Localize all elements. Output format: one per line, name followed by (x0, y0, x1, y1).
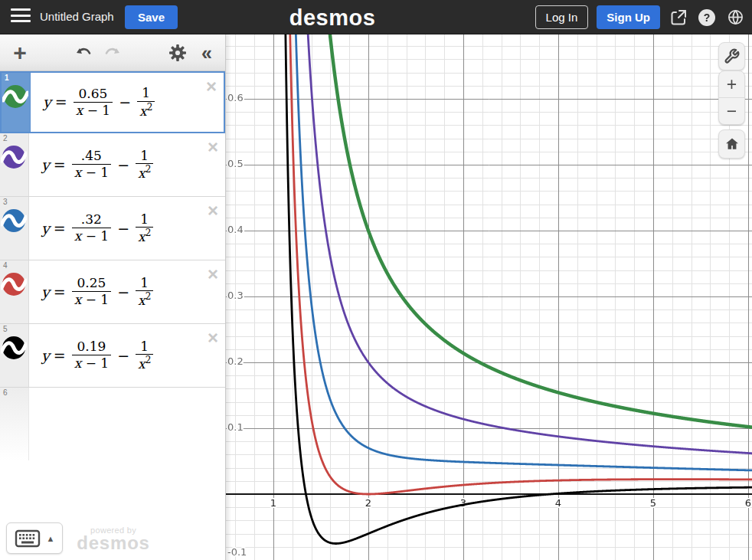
zoom-out-button[interactable]: − (719, 98, 744, 124)
expression-input[interactable]: y = .45 x − 1 − 1 x2 (29, 133, 225, 196)
save-button[interactable]: Save (125, 5, 178, 29)
expression-color-icon[interactable] (1, 271, 27, 297)
wrench-icon (724, 48, 740, 64)
delete-expression-icon[interactable]: × (208, 265, 218, 283)
desmos-logo: desmos (289, 5, 376, 31)
graph-canvas[interactable] (226, 34, 752, 560)
expression-index: 5 (3, 325, 8, 333)
math-minus: − (119, 93, 131, 110)
expression-index: 4 (3, 261, 8, 270)
expression-row-1[interactable]: 1 y = 0.65 x − 1 − (0, 71, 225, 133)
show-keyboard-button[interactable]: ▲ (6, 522, 63, 554)
language-globe-icon[interactable] (725, 8, 745, 28)
expression-input[interactable]: y = 0.65 x − 1 − 1 x2 (31, 73, 224, 132)
expression-index: 1 (5, 74, 9, 82)
collapse-panel-icon[interactable]: « (195, 34, 219, 71)
fraction-numerator: 1 (137, 86, 155, 101)
expression-row-2[interactable]: 2 y = .45 x − 1 − (0, 133, 225, 197)
undo-icon[interactable] (72, 34, 95, 71)
zoom-button-group: + − (718, 70, 745, 125)
powered-by-watermark: powered by desmos (74, 526, 153, 552)
math-fraction-2: 1 x2 (137, 86, 155, 119)
fraction-denominator: x2 (137, 101, 155, 119)
login-button[interactable]: Log In (535, 5, 589, 29)
add-expression-button[interactable]: + (8, 34, 32, 71)
math-equals: = (55, 93, 67, 110)
zoom-in-button[interactable]: + (719, 71, 744, 98)
graph-paper: + − (226, 34, 752, 560)
default-viewport-home-button[interactable] (718, 129, 745, 159)
signup-button[interactable]: Sign Up (597, 5, 660, 29)
expression-gutter-6[interactable]: 6 (0, 388, 29, 460)
expression-input[interactable]: y = 0.25 x − 1 − 1 x2 (29, 260, 225, 323)
graph-settings-gear-icon[interactable] (165, 34, 190, 71)
expression-row-4[interactable]: 4 y = 0.25 x − 1 − (0, 260, 225, 324)
expression-color-icon[interactable] (1, 208, 27, 234)
expression-input[interactable]: y = 0.19 x − 1 − 1 x2 (29, 324, 225, 387)
expression-gutter-2[interactable]: 2 (0, 133, 29, 196)
graph-settings-wrench-button[interactable] (718, 42, 745, 70)
math-fraction-1: 0.65 x − 1 (74, 87, 113, 118)
home-icon (724, 136, 740, 152)
expression-color-icon[interactable] (2, 84, 28, 110)
desmos-app: Untitled Graph Save desmos Log In Sign U… (0, 0, 752, 560)
fraction-numerator: 0.65 (74, 87, 113, 102)
delete-expression-icon[interactable]: × (208, 329, 218, 347)
expression-gutter-1[interactable]: 1 (2, 73, 31, 132)
math-lhs: y (43, 93, 51, 110)
expression-row-5[interactable]: 5 y = 0.19 x − 1 − (0, 324, 225, 388)
delete-expression-icon[interactable]: × (208, 201, 218, 220)
redo-icon[interactable] (101, 34, 124, 71)
expression-panel: + « (0, 34, 226, 560)
expression-color-icon[interactable] (1, 144, 27, 170)
fraction-denominator: x − 1 (74, 102, 113, 119)
expression-gutter-4[interactable]: 4 (0, 260, 29, 323)
keyboard-expand-arrow-icon: ▲ (47, 534, 55, 543)
top-bar: Untitled Graph Save desmos Log In Sign U… (0, 0, 752, 34)
expression-index: 2 (3, 134, 8, 142)
expression-list: 1 y = 0.65 x − 1 − (0, 71, 225, 460)
topbar-right-cluster: Log In Sign Up ? (535, 0, 745, 34)
expression-row-6-empty[interactable]: 6 (0, 388, 225, 460)
expression-index: 3 (3, 198, 8, 206)
share-icon[interactable] (669, 8, 688, 28)
expression-input[interactable] (29, 388, 225, 460)
help-icon[interactable]: ? (697, 8, 717, 28)
expression-toolbar: + « (0, 34, 225, 71)
menu-icon[interactable] (11, 8, 31, 25)
expression-color-icon[interactable] (1, 335, 27, 361)
expression-row-3[interactable]: 3 y = .32 x − 1 − (0, 197, 225, 260)
expression-gutter-3[interactable]: 3 (0, 197, 29, 260)
graph-title[interactable]: Untitled Graph (40, 10, 114, 23)
keyboard-icon (15, 529, 41, 548)
expression-input[interactable]: y = .32 x − 1 − 1 x2 (29, 197, 225, 260)
delete-expression-icon[interactable]: × (206, 77, 217, 96)
expression-index: 6 (3, 388, 8, 397)
expression-gutter-5[interactable]: 5 (0, 324, 29, 387)
delete-expression-icon[interactable]: × (208, 138, 218, 156)
